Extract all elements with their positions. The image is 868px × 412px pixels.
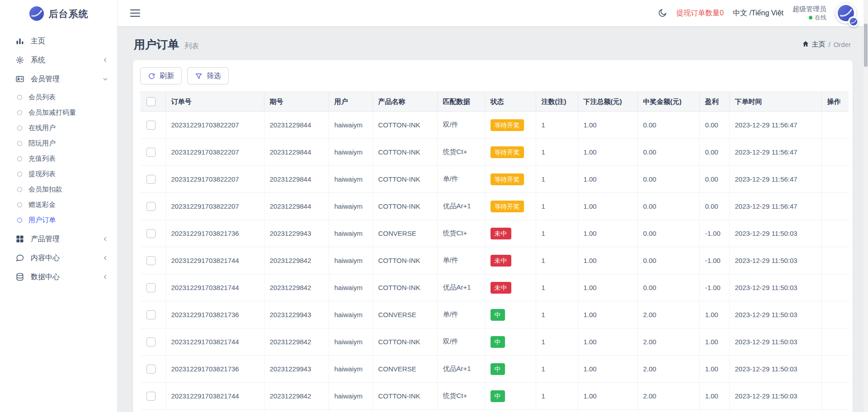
order-no-cell: 202312291703821744 [165, 274, 264, 301]
grid-icon [15, 234, 25, 244]
scrollbar[interactable] [863, 0, 868, 412]
sidebar-item-system[interactable]: 系统 [0, 51, 117, 70]
dark-mode-moon-icon[interactable] [657, 8, 667, 18]
checkbox-cell [140, 328, 165, 356]
sidebar-item-member[interactable]: 会员管理 [0, 70, 117, 89]
win-cell: 0.00 [637, 410, 699, 412]
bets-cell: 1 [536, 410, 578, 412]
user-cell: haiwaiym [329, 328, 373, 356]
bets-cell: 1 [536, 193, 578, 220]
time-cell: 2023-12-29 11:56:47 [729, 166, 821, 193]
time-cell: 2023-12-29 11:50:03 [729, 356, 821, 383]
refresh-button[interactable]: 刷新 [140, 67, 182, 84]
sidebar-item-content[interactable]: 内容中心 [0, 248, 117, 267]
status-cell: 等待开奖 [485, 166, 536, 193]
circle-icon [17, 95, 22, 100]
scrollbar-thumb[interactable] [864, 23, 868, 67]
win-cell: 0.00 [637, 166, 699, 193]
sidebar-subitem[interactable]: 会员加减打码量 [0, 105, 117, 120]
table-row: 20231229170382220720231229844haiwaiymCOT… [140, 166, 849, 193]
row-checkbox[interactable] [146, 202, 156, 211]
sidebar-subitem-label: 用户订单 [28, 216, 56, 225]
time-cell: 2023-12-29 11:50:03 [729, 328, 821, 356]
hamburger-menu-icon[interactable] [130, 9, 140, 17]
period-cell: 20231229844 [264, 166, 329, 193]
product-cell: CONVERSE [373, 301, 437, 328]
sidebar-item-home[interactable]: 主页 [0, 32, 117, 51]
avatar[interactable] [835, 3, 856, 23]
row-checkbox[interactable] [146, 337, 156, 346]
home-icon [802, 40, 809, 49]
refresh-icon [148, 72, 156, 80]
sidebar-subitem[interactable]: 提现列表 [0, 166, 117, 182]
row-checkbox[interactable] [146, 392, 156, 401]
language-switcher[interactable]: 中文 /Tiếng Việt [733, 9, 783, 18]
action-cell [821, 356, 849, 383]
bets-cell: 1 [536, 301, 578, 328]
sidebar-subitem[interactable]: 会员列表 [0, 89, 117, 105]
bets-cell: 1 [536, 383, 578, 410]
status-cell: 未中 [485, 274, 536, 301]
status-badge: 未中 [491, 255, 511, 267]
row-checkbox[interactable] [146, 229, 156, 238]
action-cell [821, 193, 849, 220]
bets-cell: 1 [536, 139, 578, 166]
brand[interactable]: 后台系统 [0, 0, 117, 26]
period-cell: 20231229842 [264, 247, 329, 274]
sidebar-subitem[interactable]: 在线用户 [0, 120, 117, 136]
profit-cell: -1.00 [699, 247, 729, 274]
row-checkbox[interactable] [146, 148, 156, 157]
table-row: 20231229170382173620231229943haiwaiymCON… [140, 220, 849, 247]
row-checkbox[interactable] [146, 256, 156, 265]
bets-cell: 1 [536, 274, 578, 301]
status-badge: 未中 [491, 228, 511, 239]
match-cell: 双/件 [437, 328, 485, 356]
action-cell [821, 274, 849, 301]
sidebar-subitem[interactable]: 赠送彩金 [0, 197, 117, 212]
order-no-cell: 202312291703822207 [165, 139, 264, 166]
checkbox-cell [140, 166, 165, 193]
row-checkbox[interactable] [146, 283, 156, 292]
breadcrumb-home-link[interactable]: 主页 [802, 40, 825, 49]
sidebar-subitem[interactable]: 陪玩用户 [0, 136, 117, 151]
time-cell: 2023-12-29 11:50:03 [729, 220, 821, 247]
chat-bubble-icon [15, 253, 25, 263]
withdraw-orders-count[interactable]: 提现订单数量0 [676, 9, 724, 18]
chevron-down-icon [102, 75, 109, 83]
row-checkbox[interactable] [146, 175, 156, 184]
select-all-checkbox[interactable] [146, 97, 156, 106]
win-cell: 0.00 [637, 274, 699, 301]
product-cell: CONVERSE [373, 410, 437, 412]
sidebar-subitem[interactable]: 充值列表 [0, 151, 117, 166]
row-checkbox[interactable] [146, 121, 156, 130]
row-checkbox[interactable] [146, 310, 156, 319]
status-cell: 等待开奖 [485, 112, 536, 139]
sidebar-item-product[interactable]: 产品管理 [0, 229, 117, 248]
filter-button[interactable]: 筛选 [187, 67, 229, 84]
product-cell: COTTON-INK [373, 328, 437, 356]
column-header: 产品名称 [373, 92, 437, 112]
action-cell [821, 139, 849, 166]
row-checkbox[interactable] [146, 365, 156, 374]
user-cell: haiwaiym [329, 247, 373, 274]
time-cell: 2023-12-29 11:50:03 [729, 383, 821, 410]
sidebar-item-data-center[interactable]: 数据中心 [0, 267, 117, 286]
status-cell: 中 [485, 328, 536, 356]
match-cell: 统货Ct+ [437, 383, 485, 410]
checkbox-cell [140, 220, 165, 247]
profit-cell: -1.00 [699, 410, 729, 412]
table-row: 20231229170382174420231229842haiwaiymCOT… [140, 247, 849, 274]
sidebar-subitem[interactable]: 会员加扣款 [0, 182, 117, 197]
column-header: 匹配数据 [437, 92, 485, 112]
status-badge: 中 [491, 336, 505, 348]
column-header: 用户 [329, 92, 373, 112]
product-cell: COTTON-INK [373, 274, 437, 301]
bets-cell: 1 [536, 247, 578, 274]
sidebar-subitem[interactable]: 用户订单 [0, 212, 117, 228]
profit-cell: 1.00 [699, 328, 729, 356]
column-header: 盈利 [699, 92, 729, 112]
column-header: 状态 [485, 92, 536, 112]
time-cell: 2023-12-29 11:50:03 [729, 274, 821, 301]
sidebar-subitem-label: 充值列表 [28, 154, 56, 163]
time-cell: 2023-12-29 11:50:03 [729, 301, 821, 328]
